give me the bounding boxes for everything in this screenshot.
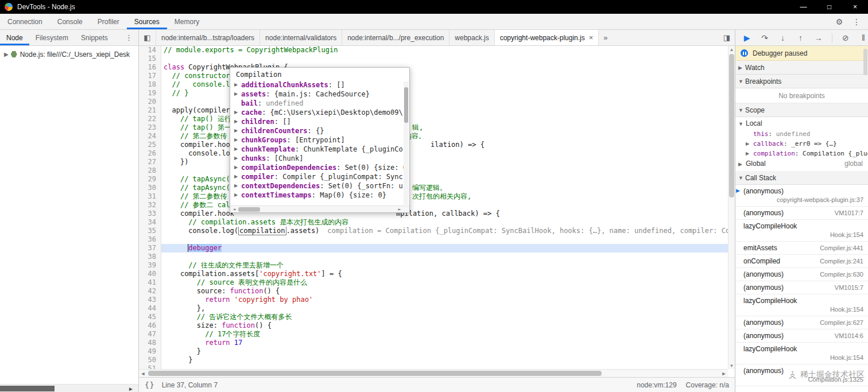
step-button[interactable]: → <box>814 33 823 42</box>
line-number[interactable]: 14 <box>139 46 161 55</box>
line-number[interactable]: 18 <box>139 80 161 89</box>
tab-memory[interactable]: Memory <box>167 14 207 29</box>
line-number[interactable]: 45 <box>139 313 161 321</box>
line-number[interactable]: 20 <box>139 98 161 106</box>
line-number[interactable]: 17 <box>139 72 161 80</box>
code-text[interactable]: // source 表明文件的内容是什么 <box>161 278 728 287</box>
scroll-right-icon[interactable]: ► <box>128 385 134 392</box>
line-number[interactable]: 34 <box>139 218 161 227</box>
code-text[interactable]: source: function() { <box>161 287 728 296</box>
chevron-right-icon[interactable]: ▶ <box>4 51 9 57</box>
scroll-right-icon[interactable]: ► <box>720 370 728 377</box>
code-text[interactable] <box>161 253 728 261</box>
scrollbar-thumb[interactable] <box>863 49 867 75</box>
scope-global-group[interactable]: ▶ Global global <box>735 158 868 169</box>
tab-console[interactable]: Console <box>50 14 90 29</box>
call-stack-frame[interactable]: (anonymous)VM1014:6 <box>735 329 868 343</box>
code-text[interactable] <box>161 55 728 63</box>
code-text[interactable] <box>161 235 728 244</box>
breakpoints-section-header[interactable]: ▼ Breakpoints <box>735 75 868 88</box>
line-number[interactable]: 21 <box>139 106 161 115</box>
line-number[interactable]: 40 <box>139 270 161 278</box>
tab-sources[interactable]: Sources <box>127 14 167 29</box>
call-stack-frame[interactable]: ▶(anonymous)copyright-webpack-plugin.js:… <box>735 185 868 207</box>
status-file-link[interactable]: node:vm:129 <box>637 381 676 389</box>
sidebar-tab-filesystem[interactable]: Filesystem <box>29 30 75 45</box>
chevron-right-icon[interactable]: ▶ <box>234 117 238 126</box>
scroll-left-icon[interactable]: ◄ <box>231 206 238 212</box>
chevron-right-icon[interactable]: ▶ <box>234 154 238 163</box>
popup-property-row[interactable]: ▶chunkTemplate: ChunkTemplate {_pluginCo <box>230 145 409 154</box>
more-tabs-icon[interactable]: » <box>599 30 612 45</box>
chevron-right-icon[interactable]: ▶ <box>746 149 749 158</box>
scroll-up-icon[interactable]: ▲ <box>728 46 735 53</box>
line-number[interactable]: 47 <box>139 330 161 339</box>
chevron-right-icon[interactable]: ▶ <box>234 163 238 172</box>
line-number[interactable]: 23 <box>139 123 161 132</box>
code-text[interactable]: // 往生成的文件里去新增一个 <box>161 261 728 270</box>
callstack-section-header[interactable]: ▼ Call Stack <box>735 171 868 185</box>
popup-property-row[interactable]: ▶contextTimestamps: Map(0) {size: 0} <box>230 191 409 200</box>
chevron-right-icon[interactable]: ▶ <box>234 80 238 90</box>
code-text[interactable]: } <box>161 347 728 356</box>
popup-property-row[interactable]: ▶children: [] <box>230 117 409 126</box>
line-number[interactable]: 25 <box>139 141 161 149</box>
file-tab-webpack-js[interactable]: webpack.js <box>450 30 494 45</box>
chevron-right-icon[interactable]: ▶ <box>234 108 238 117</box>
popup-property-row[interactable]: ▶additionalChunkAssets: [] <box>230 80 409 90</box>
file-tab-copyright-webpack-plugin-js[interactable]: copyright-webpack-plugin.js× <box>495 30 599 45</box>
line-number[interactable]: 33 <box>139 209 161 218</box>
call-stack-frame[interactable]: lazyCompileHookHook.js:154 <box>735 294 868 316</box>
sidebar-more-icon[interactable]: ⋮ <box>119 30 138 45</box>
code-text[interactable]: }, <box>161 304 728 313</box>
sidebar-horizontal-scrollbar[interactable]: ► <box>0 384 138 392</box>
code-text[interactable]: // module.exports = CopyrightWebpackPlug… <box>161 46 728 55</box>
watch-section-header[interactable]: ▶ Watch <box>735 61 868 75</box>
file-tab-node-internal-b-tstrap-loaders[interactable]: node:internal/b...tstrap/loaders <box>156 30 260 45</box>
more-options-icon[interactable]: ⋮ <box>850 15 863 28</box>
tab-connection[interactable]: Connection <box>0 14 50 29</box>
line-number[interactable]: 41 <box>139 278 161 287</box>
code-text[interactable]: compilation.assets['copyright.txt'] = { <box>161 270 728 278</box>
code-text[interactable]: debugger <box>161 244 728 253</box>
line-number[interactable]: 28 <box>139 166 161 175</box>
scroll-right-icon[interactable]: ► <box>396 206 403 212</box>
code-text[interactable]: console.log(compilation.assets)compilati… <box>161 227 728 235</box>
chevron-right-icon[interactable]: ▶ <box>234 135 238 145</box>
deactivate-breakpoints-button[interactable]: ⊘ <box>841 33 850 42</box>
call-stack-frame[interactable]: lazyCompileHookHook.js:154 <box>735 343 868 364</box>
resume-button[interactable]: ▶ <box>742 33 751 42</box>
close-tab-icon[interactable]: × <box>589 33 594 42</box>
line-number[interactable]: 39 <box>139 261 161 270</box>
step-into-button[interactable]: ↓ <box>778 33 787 42</box>
chevron-right-icon[interactable]: ▶ <box>234 126 238 135</box>
line-number[interactable]: 27 <box>139 158 161 166</box>
step-over-button[interactable]: ↷ <box>760 33 769 42</box>
line-number[interactable]: 43 <box>139 296 161 304</box>
popup-property-row[interactable]: bail: undefined <box>230 99 409 108</box>
scrollbar-thumb[interactable] <box>404 87 408 123</box>
scope-variable-row[interactable]: ▶callback: _err0 => {…} <box>735 139 868 149</box>
line-number[interactable]: 46 <box>139 321 161 330</box>
scroll-left-icon[interactable]: ◄ <box>139 370 147 377</box>
tree-item-nodejs[interactable]: ▶ Node.js: file///C:/_Users_xiepi_Desk <box>0 49 138 60</box>
popup-property-row[interactable]: ▶chunkGroups: [Entrypoint] <box>230 135 409 145</box>
scope-variable-row[interactable]: this: undefined <box>735 129 868 139</box>
scrollbar-thumb[interactable] <box>238 207 260 212</box>
line-number[interactable]: 36 <box>139 235 161 244</box>
scope-local-group[interactable]: ▼ Local <box>735 118 868 129</box>
call-stack-frame[interactable]: (anonymous)VM1015:7 <box>735 281 868 294</box>
scrollbar-thumb[interactable] <box>729 54 734 197</box>
format-button[interactable]: {} <box>145 381 155 389</box>
file-tab-node-internal-b-pre-execution[interactable]: node:internal/b.../pre_execution <box>342 30 450 45</box>
popup-property-row[interactable]: ▶assets: {main.js: CachedSource} <box>230 90 409 99</box>
line-number[interactable]: 24 <box>139 132 161 141</box>
navigator-toggle-icon[interactable]: ◧ <box>139 30 156 45</box>
chevron-right-icon[interactable]: ▶ <box>234 90 238 99</box>
code-text[interactable]: // 17个字符长度 <box>161 330 728 339</box>
line-number[interactable]: 15 <box>139 55 161 63</box>
line-number[interactable]: 49 <box>139 347 161 356</box>
popup-property-row[interactable]: ▶contextDependencies: Set(0) {_sortFn: u <box>230 181 409 191</box>
line-number[interactable]: 26 <box>139 149 161 158</box>
scroll-down-icon[interactable]: ▼ <box>728 362 735 369</box>
